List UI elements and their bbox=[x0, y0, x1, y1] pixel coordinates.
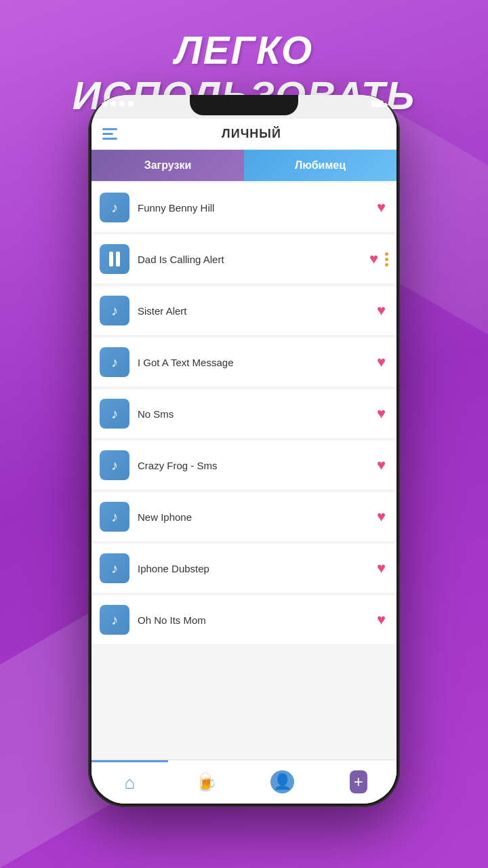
nav-beer-button[interactable]: 🍺 bbox=[168, 760, 245, 804]
heart-icon-3[interactable]: ♥ bbox=[377, 302, 386, 319]
tab-downloads[interactable]: Загрузки bbox=[92, 150, 244, 181]
music-note-icon: ♪ bbox=[111, 355, 118, 370]
list-item[interactable]: ♪ No Sms ♥ bbox=[92, 389, 396, 439]
signal-dot-2 bbox=[110, 101, 116, 106]
battery-icon bbox=[371, 100, 386, 107]
music-note-icon: ♪ bbox=[111, 406, 118, 422]
hamburger-line-2 bbox=[102, 133, 113, 135]
screen-inner: ЛИЧНЫЙ Загрузки Любимец ♪ Funny Benny Hi… bbox=[92, 119, 396, 804]
tab-favorites[interactable]: Любимец bbox=[244, 150, 396, 181]
more-dot-1 bbox=[385, 252, 388, 256]
song-icon-1: ♪ bbox=[100, 193, 129, 222]
song-name-6: Crazy Frog - Sms bbox=[138, 460, 377, 471]
music-note-icon: ♪ bbox=[111, 303, 118, 319]
list-item[interactable]: ♪ I Got A Text Message ♥ bbox=[92, 338, 396, 387]
plus-icon: + bbox=[350, 770, 367, 793]
music-note-icon: ♪ bbox=[111, 200, 118, 216]
phone-frame: ЛИЧНЫЙ Загрузки Любимец ♪ Funny Benny Hi… bbox=[88, 95, 400, 807]
battery-fill bbox=[373, 102, 382, 106]
song-name-5: No Sms bbox=[138, 408, 377, 420]
song-name-3: Sister Alert bbox=[138, 305, 377, 317]
list-item[interactable]: ♪ Sister Alert ♥ bbox=[92, 286, 396, 336]
phone-screen: ЛИЧНЫЙ Загрузки Любимец ♪ Funny Benny Hi… bbox=[92, 95, 396, 804]
hamburger-line-3 bbox=[102, 138, 117, 140]
music-note-icon: ♪ bbox=[111, 509, 118, 525]
hamburger-button[interactable] bbox=[102, 128, 117, 140]
song-name-1: Funny Benny Hill bbox=[138, 202, 377, 214]
list-item[interactable]: ♪ Funny Benny Hill ♥ bbox=[92, 183, 396, 233]
list-item[interactable]: ♪ New Iphone ♥ bbox=[92, 492, 396, 542]
signal-dot-4 bbox=[128, 101, 134, 106]
pause-icon bbox=[109, 252, 120, 267]
list-item[interactable]: ♪ Crazy Frog - Sms ♥ bbox=[92, 441, 396, 490]
song-icon-9: ♪ bbox=[100, 605, 129, 635]
signal-dots bbox=[102, 101, 134, 106]
song-name-7: New Iphone bbox=[138, 511, 377, 523]
song-name-8: Iphone Dubstep bbox=[138, 563, 377, 574]
heart-icon-6[interactable]: ♥ bbox=[377, 456, 386, 474]
nav-person-button[interactable]: 👤 bbox=[244, 760, 321, 804]
more-dot-2 bbox=[385, 258, 388, 261]
person-icon: 👤 bbox=[270, 770, 294, 793]
tabs: Загрузки Любимец bbox=[92, 150, 396, 181]
pause-bar-1 bbox=[109, 252, 113, 267]
song-icon-4: ♪ bbox=[100, 347, 129, 377]
app-header: ЛИЧНЫЙ bbox=[92, 119, 396, 150]
song-icon-3: ♪ bbox=[100, 296, 129, 326]
heart-icon-5[interactable]: ♥ bbox=[377, 405, 386, 422]
song-icon-8: ♪ bbox=[100, 553, 129, 583]
song-icon-2 bbox=[100, 244, 129, 274]
heart-icon-7[interactable]: ♥ bbox=[377, 508, 386, 526]
song-list: ♪ Funny Benny Hill ♥ Dad Is Calling Aler… bbox=[92, 181, 396, 778]
list-item[interactable]: Dad Is Calling Alert ♥ bbox=[92, 235, 396, 284]
song-icon-5: ♪ bbox=[100, 399, 129, 429]
home-icon: ⌂ bbox=[124, 772, 135, 793]
heart-icon-1[interactable]: ♥ bbox=[377, 199, 386, 216]
list-item[interactable]: ♪ Oh No Its Mom ♥ bbox=[92, 595, 396, 645]
signal-dot-1 bbox=[102, 101, 107, 106]
music-note-icon: ♪ bbox=[111, 612, 118, 628]
heart-icon-2[interactable]: ♥ bbox=[369, 250, 378, 268]
beer-icon: 🍺 bbox=[195, 772, 217, 793]
signal-dot-3 bbox=[119, 101, 125, 106]
song-name-2: Dad Is Calling Alert bbox=[138, 254, 369, 265]
pause-bar-2 bbox=[116, 252, 120, 267]
hamburger-line-1 bbox=[102, 128, 117, 130]
app-title: ЛИЧНЫЙ bbox=[117, 127, 386, 141]
music-note-icon: ♪ bbox=[111, 458, 118, 473]
music-note-icon: ♪ bbox=[111, 561, 118, 576]
song-name-9: Oh No Its Mom bbox=[138, 614, 377, 626]
nav-add-button[interactable]: + bbox=[321, 760, 397, 804]
song-icon-6: ♪ bbox=[100, 450, 129, 480]
song-icon-7: ♪ bbox=[100, 502, 129, 532]
more-options-button[interactable] bbox=[385, 252, 388, 267]
heart-icon-9[interactable]: ♥ bbox=[377, 611, 386, 629]
song-name-4: I Got A Text Message bbox=[138, 357, 377, 368]
heart-icon-8[interactable]: ♥ bbox=[377, 559, 386, 577]
bottom-nav: ⌂ 🍺 👤 + bbox=[92, 760, 396, 804]
status-bar bbox=[88, 100, 400, 107]
more-dot-3 bbox=[385, 263, 388, 267]
list-item[interactable]: ♪ Iphone Dubstep ♥ bbox=[92, 544, 396, 593]
nav-home-button[interactable]: ⌂ bbox=[92, 760, 168, 804]
heart-icon-4[interactable]: ♥ bbox=[377, 353, 386, 371]
